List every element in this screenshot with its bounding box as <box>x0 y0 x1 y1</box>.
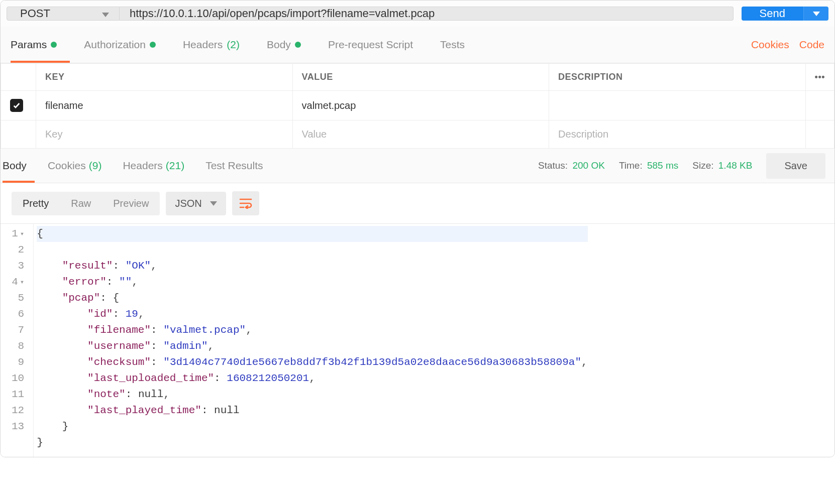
active-dot-icon <box>295 42 301 48</box>
send-options-button[interactable] <box>803 7 828 21</box>
format-label: JSON <box>175 198 201 209</box>
checkbox-header <box>1 64 36 91</box>
resp-tab-test-results[interactable]: Test Results <box>205 149 271 183</box>
send-button-group: Send <box>742 7 828 21</box>
tab-prerequest-script[interactable]: Pre-request Script <box>328 27 426 63</box>
response-tabs: Body Cookies (9) Headers (21) Test Resul… <box>1 149 834 183</box>
tab-params[interactable]: Params <box>11 27 70 63</box>
view-preview[interactable]: Preview <box>102 192 160 215</box>
view-mode-group: Pretty Raw Preview <box>12 192 160 215</box>
resp-tab-headers[interactable]: Headers (21) <box>123 149 192 183</box>
resp-tab-cookies[interactable]: Cookies (9) <box>48 149 110 183</box>
cookies-link[interactable]: Cookies <box>751 39 789 51</box>
tab-label: Test Results <box>205 160 263 172</box>
request-url-input[interactable] <box>120 7 734 21</box>
http-method-label: POST <box>20 7 50 20</box>
description-header: DESCRIPTION <box>549 64 806 91</box>
time-meta: Time: 585 ms <box>619 160 678 171</box>
tab-headers[interactable]: Headers (2) <box>183 27 253 63</box>
key-header: KEY <box>36 64 293 91</box>
line-gutter: 1▾234▾5678910111213 <box>1 224 34 457</box>
table-row-new <box>1 120 834 149</box>
tab-body[interactable]: Body <box>267 27 314 63</box>
bulk-edit-menu[interactable]: ••• <box>805 64 834 91</box>
params-table: KEY VALUE DESCRIPTION ••• <box>1 63 834 149</box>
param-enabled-checkbox[interactable] <box>10 99 23 112</box>
body-view-controls: Pretty Raw Preview JSON <box>1 183 834 224</box>
param-desc-input[interactable] <box>558 129 796 140</box>
resp-tab-body[interactable]: Body <box>3 149 35 183</box>
value-header: VALUE <box>292 64 549 91</box>
view-raw[interactable]: Raw <box>60 192 102 215</box>
code-content: { "result": "OK", "error": "", "pcap": {… <box>34 224 587 457</box>
tab-count: (9) <box>89 160 102 172</box>
tab-label: Authorization <box>84 39 146 51</box>
format-select[interactable]: JSON <box>166 192 226 215</box>
param-desc-input[interactable] <box>558 100 796 111</box>
view-pretty[interactable]: Pretty <box>12 192 60 215</box>
request-tabs: Params Authorization Headers (2) Body Pr… <box>1 27 834 63</box>
code-link[interactable]: Code <box>799 39 824 51</box>
param-key-input[interactable] <box>45 129 283 140</box>
tab-label: Params <box>11 39 47 51</box>
check-icon <box>13 101 21 109</box>
tab-label: Cookies <box>48 160 86 172</box>
tab-label: Body <box>3 160 27 172</box>
chevron-down-icon <box>813 12 820 16</box>
tab-label: Tests <box>440 39 465 51</box>
wrap-icon <box>239 198 252 209</box>
http-method-select[interactable]: POST <box>7 7 120 21</box>
chevron-down-icon <box>102 7 109 20</box>
active-dot-icon <box>51 42 57 48</box>
tab-label: Headers <box>123 160 162 172</box>
wrap-lines-button[interactable] <box>232 191 259 215</box>
tab-label: Headers <box>183 39 223 51</box>
active-dot-icon <box>150 42 156 48</box>
tab-label: Body <box>267 39 291 51</box>
tab-authorization[interactable]: Authorization <box>84 27 169 63</box>
tab-count: (2) <box>227 39 240 51</box>
send-button[interactable]: Send <box>742 7 803 21</box>
param-value-input[interactable] <box>302 100 540 111</box>
size-meta: Size: 1.48 KB <box>692 160 752 171</box>
tab-tests[interactable]: Tests <box>440 27 478 63</box>
param-key-input[interactable] <box>45 100 283 111</box>
param-value-input[interactable] <box>302 129 540 140</box>
tab-count: (21) <box>166 160 184 172</box>
response-body-editor[interactable]: 1▾234▾5678910111213 { "result": "OK", "e… <box>1 224 834 457</box>
status-meta: Status: 200 OK <box>538 160 605 171</box>
chevron-down-icon <box>210 201 217 206</box>
save-response-button[interactable]: Save <box>766 153 825 179</box>
table-row <box>1 91 834 120</box>
tab-label: Pre-request Script <box>328 39 413 51</box>
